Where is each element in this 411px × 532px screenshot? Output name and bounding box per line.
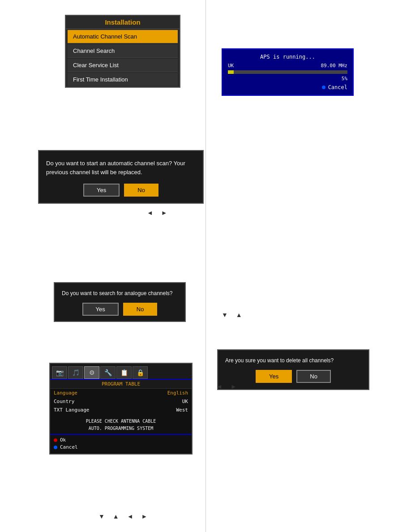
confirm-scan-no-button[interactable]: No bbox=[124, 184, 158, 197]
prog-notice-line2: AUTO. PROGRAMMING SYSTEM bbox=[52, 425, 190, 432]
blue-dot-cancel-icon bbox=[54, 446, 57, 449]
left-arrow3-icon[interactable]: ◄ bbox=[216, 383, 223, 390]
confirm-delete-dialog: Are you sure you want to delete all chan… bbox=[217, 349, 369, 390]
prog-icons-row: 📷 🎵 ⚙ 🔧 📋 🔒 bbox=[50, 364, 192, 380]
prog-label-txt: TXT Language bbox=[54, 407, 89, 413]
aps-panel: APS is running... UK 89.00 MHz 5% Cancel bbox=[222, 48, 354, 96]
prog-row-country: Country UK bbox=[50, 397, 192, 406]
menu-item-auto-scan[interactable]: Automatic Channel Scan bbox=[68, 30, 178, 43]
confirm-delete-buttons: Yes No bbox=[225, 370, 361, 383]
aps-percent: 5% bbox=[228, 76, 347, 82]
confirm-scan-dialog: Do you want to start an automatic channe… bbox=[38, 150, 204, 204]
updown-nav-arrows: ▼ ▲ bbox=[222, 311, 242, 318]
delete-nav-arrows: ◄ ► bbox=[216, 383, 237, 390]
confirm-scan-buttons: Yes No bbox=[46, 184, 196, 197]
right-arrow3-icon[interactable]: ► bbox=[231, 383, 237, 390]
prog-icon-music[interactable]: 🎵 bbox=[68, 366, 83, 379]
installation-title: Installation bbox=[66, 16, 180, 29]
left-arrow-icon[interactable]: ◄ bbox=[147, 209, 153, 216]
aps-country: UK bbox=[228, 63, 234, 69]
confirm-analogue-buttons: Yes No bbox=[62, 303, 178, 316]
menu-item-channel-search[interactable]: Channel Search bbox=[68, 44, 178, 58]
prog-cancel-row: Cancel bbox=[54, 444, 188, 450]
confirm-scan-yes-button[interactable]: Yes bbox=[83, 184, 120, 197]
down-arrow2-icon[interactable]: ▼ bbox=[222, 311, 228, 318]
aps-title: APS is running... bbox=[228, 54, 347, 60]
left-arrow2-icon[interactable]: ◄ bbox=[127, 513, 133, 520]
prog-table-label: PROGRAM TABLE bbox=[50, 380, 192, 389]
prog-row-txt: TXT Language West bbox=[50, 406, 192, 414]
menu-item-first-time[interactable]: First Time Installation bbox=[68, 73, 178, 86]
red-dot-icon bbox=[54, 438, 57, 442]
up-arrow2-icon[interactable]: ▲ bbox=[236, 311, 242, 318]
aps-frequency: 89.00 MHz bbox=[321, 63, 347, 69]
confirm-scan-text: Do you want to start an automatic channe… bbox=[46, 159, 196, 176]
confirm-analogue-text: Do you want to search for analogue chann… bbox=[62, 289, 178, 297]
confirm-scan-nav-arrows: ◄ ► bbox=[147, 209, 167, 216]
aps-progress-bar-fill bbox=[228, 70, 234, 74]
confirm-delete-no-button[interactable]: No bbox=[296, 370, 331, 383]
confirm-analogue-yes-button[interactable]: Yes bbox=[82, 303, 119, 316]
down-arrow-icon[interactable]: ▼ bbox=[98, 513, 105, 520]
prog-ok-label[interactable]: Ok bbox=[60, 437, 66, 443]
vertical-divider bbox=[206, 0, 206, 532]
prog-label-country: Country bbox=[54, 399, 74, 404]
confirm-analogue-no-button[interactable]: No bbox=[123, 303, 158, 316]
program-table-panel: 📷 🎵 ⚙ 🔧 📋 🔒 PROGRAM TABLE Language Engli… bbox=[49, 363, 193, 455]
prog-value-txt: West bbox=[176, 407, 188, 413]
prog-ok-row: Ok bbox=[54, 437, 188, 443]
prog-icon-lock[interactable]: 🔒 bbox=[133, 366, 148, 379]
prog-row-language: Language English bbox=[50, 389, 192, 397]
confirm-delete-text: Are you sure you want to delete all chan… bbox=[225, 357, 361, 364]
confirm-analogue-dialog: Do you want to search for analogue chann… bbox=[54, 282, 186, 322]
prog-label-language: Language bbox=[54, 390, 77, 396]
program-table-nav-arrows: ▼ ▲ ◄ ► bbox=[98, 513, 147, 520]
prog-icon-tool[interactable]: 🔧 bbox=[100, 366, 116, 379]
prog-value-country: UK bbox=[182, 399, 188, 404]
prog-notice-line1: PLEASE CHECK ANTENNA CABLE bbox=[52, 418, 190, 425]
right-arrow2-icon[interactable]: ► bbox=[141, 513, 148, 520]
prog-bottom: Ok Cancel bbox=[50, 434, 192, 454]
aps-cancel-label[interactable]: Cancel bbox=[328, 84, 347, 90]
prog-icon-list[interactable]: 📋 bbox=[116, 366, 132, 379]
up-arrow-icon[interactable]: ▲ bbox=[113, 513, 119, 520]
aps-cancel-row: Cancel bbox=[228, 84, 347, 90]
prog-icon-camera[interactable]: 📷 bbox=[52, 366, 67, 379]
prog-value-language: English bbox=[167, 390, 188, 396]
menu-item-clear-service[interactable]: Clear Service List bbox=[68, 59, 178, 72]
prog-cancel-label[interactable]: Cancel bbox=[60, 444, 78, 450]
prog-icon-settings[interactable]: ⚙ bbox=[84, 366, 99, 379]
prog-notice: PLEASE CHECK ANTENNA CABLE AUTO. PROGRAM… bbox=[50, 414, 192, 434]
right-arrow-icon[interactable]: ► bbox=[161, 209, 167, 216]
installation-menu: Installation Automatic Channel Scan Chan… bbox=[65, 15, 180, 88]
blue-dot-icon bbox=[322, 86, 325, 89]
confirm-delete-yes-button[interactable]: Yes bbox=[256, 370, 292, 383]
aps-progress-bar-bg bbox=[228, 70, 347, 74]
